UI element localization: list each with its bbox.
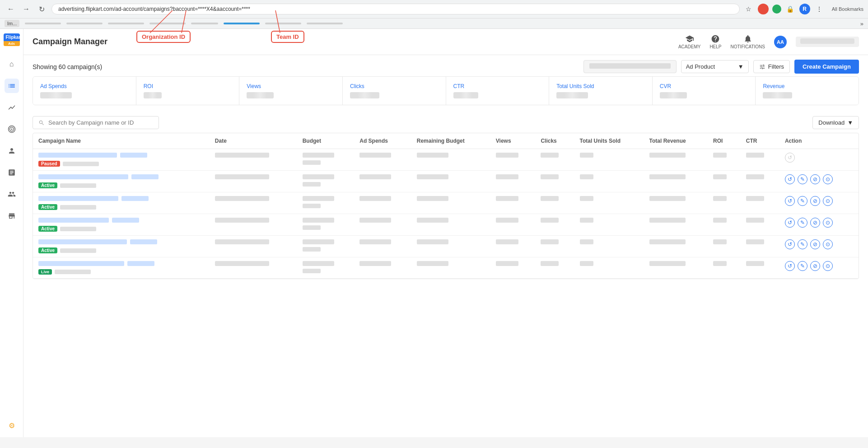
edit-icon[interactable]: ✎ xyxy=(798,196,807,206)
nav-controls: ← → ↻ xyxy=(5,3,48,15)
refresh-icon[interactable]: ↺ xyxy=(785,261,795,271)
pause-icon[interactable]: ⊘ xyxy=(810,174,820,184)
campaign-name-link[interactable] xyxy=(38,239,204,246)
refresh-icon[interactable]: ↺ xyxy=(785,239,795,249)
bookmark-1[interactable]: Im... xyxy=(5,20,19,27)
sidebar-item-campaigns[interactable] xyxy=(5,79,19,93)
ad-spends-label: Ad Spends xyxy=(40,83,129,89)
ctr-label: CTR xyxy=(453,83,542,89)
cell-action: ↺ xyxy=(779,149,859,171)
bookmark-2[interactable] xyxy=(25,23,61,24)
refresh-icon[interactable]: ↺ xyxy=(785,174,795,184)
stop-icon[interactable]: ⊙ xyxy=(823,196,833,206)
cell-campaign-name: Active xyxy=(33,171,210,192)
bookmark-5[interactable] xyxy=(149,23,186,24)
cell-date xyxy=(210,171,297,192)
menu-icon[interactable]: ⋮ xyxy=(814,4,825,14)
refresh-icon[interactable]: ↺ xyxy=(785,218,795,228)
cell-campaign-name: Active xyxy=(33,192,210,214)
campaign-name-link[interactable] xyxy=(38,196,204,202)
table-row: Active ↺ ✎ xyxy=(33,192,859,214)
refresh-icon[interactable]: ↺ xyxy=(785,153,795,163)
campaign-name-link[interactable] xyxy=(38,153,204,159)
pause-icon[interactable]: ⊘ xyxy=(810,196,820,206)
sidebar-item-analytics[interactable] xyxy=(5,100,19,115)
status-badge: Active xyxy=(38,247,57,253)
metric-card-revenue: Revenue xyxy=(756,77,859,105)
browser-icon-2[interactable] xyxy=(772,5,781,14)
sidebar-item-groups[interactable] xyxy=(5,187,19,201)
stop-icon[interactable]: ⊙ xyxy=(823,261,833,271)
search-download-bar: Download ▼ xyxy=(23,112,868,133)
cell-budget xyxy=(297,171,355,192)
col-action: Action xyxy=(779,133,859,149)
account-name[interactable] xyxy=(796,37,859,47)
more-bookmarks[interactable]: » xyxy=(860,20,863,27)
academy-link[interactable]: ACADEMY xyxy=(678,34,700,49)
sidebar-item-reports[interactable] xyxy=(5,165,19,180)
sidebar-item-user[interactable] xyxy=(5,144,19,158)
pause-icon[interactable]: ⊘ xyxy=(810,239,820,249)
download-dropdown[interactable]: Download ▼ xyxy=(812,116,859,129)
status-badge: Live xyxy=(38,269,52,275)
date-range-filter[interactable] xyxy=(583,60,677,73)
ad-product-dropdown[interactable]: Ad Product ▼ xyxy=(681,60,749,73)
cell-views xyxy=(490,171,536,192)
campaign-filter-bar: Showing 60 campaign(s) Ad Product ▼ Filt… xyxy=(23,55,868,76)
bookmark-4[interactable] xyxy=(108,23,144,24)
pause-icon[interactable]: ⊘ xyxy=(810,218,820,228)
address-bar[interactable]: advertising.flipkart.com/ad-account/camp… xyxy=(51,4,740,14)
account-circle-icon[interactable]: R xyxy=(799,4,810,14)
sidebar-item-store[interactable] xyxy=(5,209,19,223)
campaign-name-link[interactable] xyxy=(38,261,204,267)
cell-clicks xyxy=(535,171,574,192)
create-campaign-button[interactable]: Create Campaign xyxy=(794,60,859,74)
pause-icon[interactable]: ⊘ xyxy=(810,261,820,271)
search-input[interactable] xyxy=(48,119,153,126)
filters-button[interactable]: Filters xyxy=(753,60,790,73)
star-icon[interactable]: ☆ xyxy=(743,4,754,14)
bookmark-3[interactable] xyxy=(66,23,103,24)
cell-clicks xyxy=(535,149,574,171)
forward-button[interactable]: → xyxy=(20,3,33,15)
bookmark-7[interactable] xyxy=(224,23,260,24)
bookmark-9[interactable] xyxy=(307,23,343,24)
reload-button[interactable]: ↻ xyxy=(35,3,48,15)
edit-icon[interactable]: ✎ xyxy=(798,174,807,184)
sidebar-item-home[interactable]: ⌂ xyxy=(5,57,19,71)
metric-card-views: Views xyxy=(239,77,343,105)
edit-icon[interactable]: ✎ xyxy=(798,218,807,228)
bookmark-8[interactable] xyxy=(265,23,301,24)
col-total-revenue: Total Revenue xyxy=(644,133,708,149)
cell-action: ↺ ✎ ⊘ ⊙ xyxy=(779,171,859,192)
filter-row: Ad Product ▼ Filters Create Campaign xyxy=(583,60,859,74)
refresh-icon[interactable]: ↺ xyxy=(785,196,795,206)
bookmark-6[interactable] xyxy=(191,23,218,24)
campaign-name-link[interactable] xyxy=(38,218,204,224)
back-button[interactable]: ← xyxy=(5,3,17,15)
campaign-name-link[interactable] xyxy=(38,174,204,181)
sidebar-item-settings[interactable]: ⚙ xyxy=(5,418,19,433)
notifications-link[interactable]: NOTIFICATIONS xyxy=(731,34,765,49)
sidebar-item-target[interactable] xyxy=(5,122,19,136)
avatar[interactable]: AA xyxy=(774,36,787,48)
help-link[interactable]: HELP xyxy=(709,34,721,49)
browser-icon-3[interactable]: 🔒 xyxy=(785,4,796,14)
stop-icon[interactable]: ⊙ xyxy=(823,239,833,249)
campaign-search-wrap[interactable] xyxy=(33,116,159,129)
main-content: Campaign Manager ACADEMY HELP NOTIFICATI… xyxy=(23,29,868,437)
stop-icon[interactable]: ⊙ xyxy=(823,218,833,228)
cell-budget xyxy=(297,236,355,257)
cell-ctr xyxy=(741,214,779,236)
edit-icon[interactable]: ✎ xyxy=(798,239,807,249)
cell-roi xyxy=(708,171,741,192)
action-icons: ↺ ✎ ⊘ ⊙ xyxy=(785,261,853,271)
stop-icon[interactable]: ⊙ xyxy=(823,174,833,184)
cell-views xyxy=(490,214,536,236)
cell-campaign-name: Active xyxy=(33,236,210,257)
browser-extension-icon[interactable] xyxy=(758,4,769,14)
filters-label: Filters xyxy=(768,63,784,70)
cell-units-sold xyxy=(574,257,644,279)
revenue-label: Revenue xyxy=(763,83,851,89)
edit-icon[interactable]: ✎ xyxy=(798,261,807,271)
